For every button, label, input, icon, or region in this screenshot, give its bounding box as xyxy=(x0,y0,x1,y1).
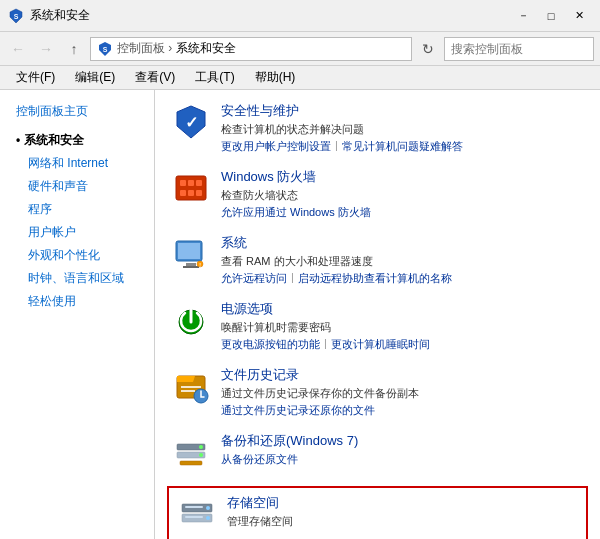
section-security: ✓ 安全性与维护 检查计算机的状态并解决问题 更改用户帐户控制设置 | 常见计算… xyxy=(171,102,584,154)
menu-bar: 文件(F) 编辑(E) 查看(V) 工具(T) 帮助(H) xyxy=(0,66,600,90)
svg-rect-31 xyxy=(180,461,202,465)
power-icon xyxy=(171,300,211,340)
backup-title[interactable]: 备份和还原(Windows 7) xyxy=(221,432,584,450)
system-title[interactable]: 系统 xyxy=(221,234,584,252)
svg-rect-18 xyxy=(183,266,199,268)
sidebar: 控制面板主页 系统和安全 网络和 Internet 硬件和声音 程序 用户帐户 … xyxy=(0,90,155,539)
svg-point-29 xyxy=(199,445,203,449)
sidebar-item-home[interactable]: 控制面板主页 xyxy=(0,100,154,123)
sidebar-section: 系统和安全 网络和 Internet 硬件和声音 程序 用户帐户 外观和个性化 … xyxy=(0,129,154,313)
svg-point-30 xyxy=(199,453,203,457)
sidebar-item-network[interactable]: 网络和 Internet xyxy=(12,152,154,175)
svg-rect-37 xyxy=(185,516,203,518)
menu-view[interactable]: 查看(V) xyxy=(127,67,183,88)
title-bar-controls: － □ ✕ xyxy=(510,6,592,26)
system-link-0[interactable]: 允许远程访问 xyxy=(221,271,287,286)
storage-title[interactable]: 存储空间 xyxy=(227,494,578,512)
system-content: 系统 查看 RAM 的大小和处理器速度 允许远程访问 | 启动远程协助 查看计算… xyxy=(221,234,584,286)
refresh-button[interactable]: ↻ xyxy=(416,37,440,61)
sidebar-item-ease[interactable]: 轻松使用 xyxy=(12,290,154,313)
system-desc: 查看 RAM 的大小和处理器速度 xyxy=(221,254,584,269)
address-path-box[interactable]: S 控制面板 › 系统和安全 xyxy=(90,37,412,61)
menu-file[interactable]: 文件(F) xyxy=(8,67,63,88)
close-button[interactable]: ✕ xyxy=(566,6,592,26)
svg-rect-9 xyxy=(180,180,186,186)
svg-rect-8 xyxy=(176,176,206,200)
maximize-button[interactable]: □ xyxy=(538,6,564,26)
svg-point-34 xyxy=(206,506,210,510)
power-content: 电源选项 唤醒计算机时需要密码 更改电源按钮的功能 | 更改计算机睡眠时间 xyxy=(221,300,584,352)
svg-marker-23 xyxy=(177,376,195,382)
content-area: ✓ 安全性与维护 检查计算机的状态并解决问题 更改用户帐户控制设置 | 常见计算… xyxy=(155,90,600,539)
menu-help[interactable]: 帮助(H) xyxy=(247,67,304,88)
filehistory-icon xyxy=(171,366,211,406)
title-bar-left: S 系统和安全 xyxy=(8,7,90,24)
firewall-desc: 检查防火墙状态 xyxy=(221,188,584,203)
svg-rect-10 xyxy=(188,180,194,186)
address-bar: ← → ↑ S 控制面板 › 系统和安全 ↻ xyxy=(0,32,600,66)
sidebar-subsection: 网络和 Internet 硬件和声音 程序 用户帐户 外观和个性化 时钟、语言和… xyxy=(0,152,154,313)
backup-content: 备份和还原(Windows 7) 从备份还原文件 xyxy=(221,432,584,467)
svg-rect-11 xyxy=(196,180,202,186)
power-link-1[interactable]: 更改计算机睡眠时间 xyxy=(331,337,430,352)
power-desc: 唤醒计算机时需要密码 xyxy=(221,320,584,335)
search-box[interactable] xyxy=(444,37,594,61)
sidebar-item-hardware[interactable]: 硬件和声音 xyxy=(12,175,154,198)
minimize-button[interactable]: － xyxy=(510,6,536,26)
security-title[interactable]: 安全性与维护 xyxy=(221,102,584,120)
filehistory-desc: 通过文件历史记录保存你的文件备份副本 xyxy=(221,386,584,401)
svg-text:✓: ✓ xyxy=(185,114,198,131)
svg-text:S: S xyxy=(14,13,19,20)
backup-links: 从备份还原文件 xyxy=(221,452,584,467)
filehistory-title[interactable]: 文件历史记录 xyxy=(221,366,584,384)
sidebar-item-clock[interactable]: 时钟、语言和区域 xyxy=(12,267,154,290)
section-system: ! 系统 查看 RAM 的大小和处理器速度 允许远程访问 | 启动远程协助 查看… xyxy=(171,234,584,286)
up-button[interactable]: ↑ xyxy=(62,37,86,61)
storage-desc: 管理存储空间 xyxy=(227,514,578,529)
security-desc: 检查计算机的状态并解决问题 xyxy=(221,122,584,137)
storage-content: 存储空间 管理存储空间 xyxy=(227,494,578,531)
firewall-link-0[interactable]: 允许应用通过 Windows 防火墙 xyxy=(221,205,371,220)
svg-text:S: S xyxy=(103,46,108,53)
svg-rect-36 xyxy=(185,506,203,508)
sidebar-item-appearance[interactable]: 外观和个性化 xyxy=(12,244,154,267)
filehistory-links: 通过文件历史记录还原你的文件 xyxy=(221,403,584,418)
section-filehistory: 文件历史记录 通过文件历史记录保存你的文件备份副本 通过文件历史记录还原你的文件 xyxy=(171,366,584,418)
system-links: 允许远程访问 | 启动远程协助 查看计算机的名称 xyxy=(221,271,584,286)
address-shield-icon: S xyxy=(97,41,113,57)
section-firewall: Windows 防火墙 检查防火墙状态 允许应用通过 Windows 防火墙 xyxy=(171,168,584,220)
firewall-links: 允许应用通过 Windows 防火墙 xyxy=(221,205,584,220)
sidebar-item-programs[interactable]: 程序 xyxy=(12,198,154,221)
security-links: 更改用户帐户控制设置 | 常见计算机问题疑难解答 xyxy=(221,139,584,154)
svg-rect-24 xyxy=(181,386,201,388)
power-links: 更改电源按钮的功能 | 更改计算机睡眠时间 xyxy=(221,337,584,352)
firewall-title[interactable]: Windows 防火墙 xyxy=(221,168,584,186)
search-input[interactable] xyxy=(451,42,600,56)
forward-button[interactable]: → xyxy=(34,37,58,61)
filehistory-link-0[interactable]: 通过文件历史记录还原你的文件 xyxy=(221,403,375,418)
svg-point-35 xyxy=(206,516,210,520)
firewall-content: Windows 防火墙 检查防火墙状态 允许应用通过 Windows 防火墙 xyxy=(221,168,584,220)
title-text: 系统和安全 xyxy=(30,7,90,24)
system-link-2[interactable]: 查看计算机的名称 xyxy=(364,271,452,286)
svg-rect-12 xyxy=(180,190,186,196)
power-title[interactable]: 电源选项 xyxy=(221,300,584,318)
section-backup: 备份和还原(Windows 7) 从备份还原文件 xyxy=(171,432,584,472)
security-link-1[interactable]: 常见计算机问题疑难解答 xyxy=(342,139,463,154)
sidebar-item-accounts[interactable]: 用户帐户 xyxy=(12,221,154,244)
back-button[interactable]: ← xyxy=(6,37,30,61)
power-link-0[interactable]: 更改电源按钮的功能 xyxy=(221,337,320,352)
sidebar-item-security[interactable]: 系统和安全 xyxy=(0,129,154,152)
svg-rect-13 xyxy=(188,190,194,196)
security-icon: ✓ xyxy=(171,102,211,142)
backup-link-0[interactable]: 从备份还原文件 xyxy=(221,452,298,467)
menu-tools[interactable]: 工具(T) xyxy=(187,67,242,88)
section-power: 电源选项 唤醒计算机时需要密码 更改电源按钮的功能 | 更改计算机睡眠时间 xyxy=(171,300,584,352)
backup-icon xyxy=(171,432,211,472)
menu-edit[interactable]: 编辑(E) xyxy=(67,67,123,88)
security-link-0[interactable]: 更改用户帐户控制设置 xyxy=(221,139,331,154)
title-icon: S xyxy=(8,8,24,24)
system-link-1[interactable]: 启动远程协助 xyxy=(298,271,364,286)
main-layout: 控制面板主页 系统和安全 网络和 Internet 硬件和声音 程序 用户帐户 … xyxy=(0,90,600,539)
security-content: 安全性与维护 检查计算机的状态并解决问题 更改用户帐户控制设置 | 常见计算机问… xyxy=(221,102,584,154)
